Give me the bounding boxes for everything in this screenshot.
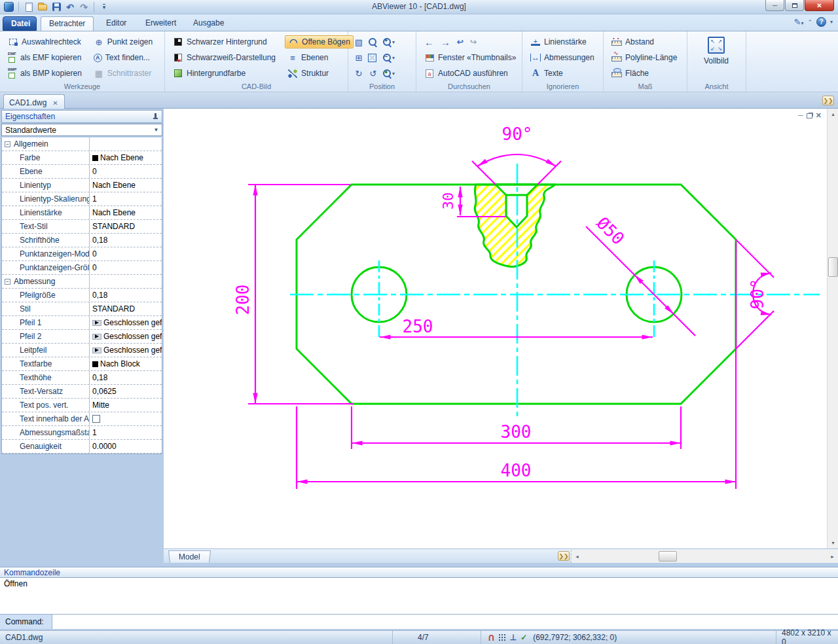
punkt-zeigen-button[interactable]: ⊕ Punkt zeigen: [91, 35, 155, 48]
black-white-icon: [173, 52, 183, 63]
distance-ruler-icon: [611, 37, 622, 47]
document-tab-cad1[interactable]: CAD1.dwg ✕: [3, 94, 65, 109]
pages-button[interactable]: ⊞: [354, 52, 364, 63]
title-bar: ↶ ↷ ▾ ABViewer 10 - [CAD1.dwg] ─ ✕: [0, 0, 838, 14]
pin-icon[interactable]: [153, 113, 158, 120]
auswahlrechteck-button[interactable]: Auswahlrechteck: [5, 35, 84, 48]
minimize-button[interactable]: ─: [765, 0, 784, 11]
strip-collapse-button[interactable]: ❯❯: [558, 551, 570, 561]
thumbnails-icon: [424, 52, 435, 63]
polyline-laenge-button[interactable]: Polyline-Länge: [609, 51, 683, 64]
tabbar-collapse-button[interactable]: ❯❯: [822, 96, 834, 105]
vollbild-button[interactable]: ↖↗↙↘ Vollbild: [693, 34, 740, 81]
zoom-out-button[interactable]: −▾: [382, 53, 402, 62]
mdi-close-icon[interactable]: ✕: [816, 111, 822, 120]
tab-close-icon[interactable]: ✕: [50, 99, 60, 107]
ribbon-group-mass: Abstand Polyline-Länge Fläche Maß: [604, 31, 687, 92]
grid-snap-toggle[interactable]: [498, 634, 506, 641]
osnap-check-toggle[interactable]: ✓: [520, 634, 527, 641]
collapse-icon[interactable]: −: [5, 279, 10, 285]
ignore-texts-toggle[interactable]: A Texte: [528, 67, 599, 80]
back-button[interactable]: ←: [424, 37, 434, 48]
view-undo-button[interactable]: ↩: [457, 37, 464, 46]
group-label-position: Position: [348, 82, 416, 90]
hintergrundfarbe-button[interactable]: Hintergrundfarbe: [170, 67, 278, 80]
property-row: Punktanzeigen-Größ0: [2, 261, 162, 275]
ribbon-group-ansicht: ↖↗↙↘ Vollbild Ansicht: [687, 31, 746, 92]
view-redo-button: ↪: [470, 37, 477, 46]
fit-page-button[interactable]: ▧: [354, 37, 364, 47]
scroll-left-icon[interactable]: ◄: [572, 551, 582, 562]
zoom-in-button[interactable]: +▾: [382, 37, 402, 46]
command-panel: Kommandozeile Öffnen Command:: [0, 563, 838, 630]
text-finden-button[interactable]: A Text finden...: [91, 51, 155, 64]
tab-ausgabe[interactable]: Ausgabe: [185, 16, 232, 31]
document-tab-bar: CAD1.dwg ✕ ❯❯: [0, 92, 838, 109]
model-tab[interactable]: Model: [168, 550, 211, 563]
tab-erweitert[interactable]: Erweitert: [137, 16, 184, 31]
checkbox-unchecked[interactable]: [92, 415, 100, 423]
scroll-right-icon[interactable]: ►: [828, 551, 837, 562]
close-button[interactable]: ✕: [805, 0, 834, 11]
copy-as-bmp-button[interactable]: BMP als BMP kopieren: [5, 67, 84, 80]
abstand-button[interactable]: Abstand: [609, 35, 683, 48]
scroll-down-icon[interactable]: ▼: [828, 538, 838, 548]
fenster-thumbnails-button[interactable]: Fenster «Thumbnails»: [422, 51, 518, 64]
ignore-lineweight-toggle[interactable]: + Linienstärke: [528, 35, 599, 48]
vertical-scrollbar[interactable]: ▲ ▼: [827, 109, 838, 548]
property-row: StilSTANDARD: [2, 302, 162, 316]
property-row: Pfeil 2Geschlossen gefüll: [2, 330, 162, 344]
tab-datei[interactable]: Datei: [3, 16, 37, 31]
help-dropdown[interactable]: ▾: [830, 19, 833, 25]
ignore-dimensions-toggle[interactable]: ↔ Abmessungen: [528, 51, 599, 64]
flaeche-button[interactable]: Fläche: [609, 67, 683, 80]
horizontal-scrollbar[interactable]: ◄ ►: [571, 550, 838, 563]
ortho-toggle[interactable]: ⊥: [510, 634, 517, 641]
mdi-minimize-icon[interactable]: ─: [798, 111, 803, 120]
mdi-restore-icon[interactable]: [807, 113, 812, 118]
property-row: Punktanzeigen-Mod0: [2, 247, 162, 261]
tab-betrachter[interactable]: Betrachter: [41, 16, 94, 31]
background-color-icon: [173, 68, 183, 79]
schwarzweiss-button[interactable]: Schwarzweiß-Darstellung: [170, 51, 278, 64]
drawing-viewport[interactable]: 200 250 300 400 30 90°: [164, 109, 827, 548]
vertical-scroll-thumb[interactable]: [828, 257, 838, 277]
pan-view-button[interactable]: ↺: [368, 68, 378, 79]
property-row: Pfeil 1Geschlossen gefüll: [2, 316, 162, 330]
cad-drawing: 200 250 300 400 30 90°: [164, 109, 827, 548]
dim-200-text: 200: [233, 285, 253, 315]
property-row: LeitpfeilGeschlossen gefüll: [2, 344, 162, 357]
preset-combobox[interactable]: Standardwerte ▼: [1, 124, 162, 136]
collapse-icon[interactable]: −: [5, 141, 10, 147]
collapse-ribbon-button[interactable]: ⌃: [807, 19, 812, 26]
fit-extents-button[interactable]: ⤫: [368, 54, 376, 62]
property-group-row[interactable]: −Abmessung: [2, 275, 162, 289]
group-label-cad-bild: CAD-Bild: [165, 82, 348, 90]
scroll-up-icon[interactable]: ▲: [828, 109, 838, 119]
ebenen-button[interactable]: ≡ Ebenen: [285, 51, 354, 64]
copy-as-emf-button[interactable]: EMF als EMF kopieren: [5, 51, 84, 64]
ribbon: Auswahlrechteck EMF als EMF kopieren BMP…: [0, 31, 838, 92]
rotate-view-button[interactable]: ↻: [354, 68, 364, 79]
schwarzer-hintergrund-button[interactable]: Schwarzer Hintergrund: [170, 35, 278, 48]
tab-editor[interactable]: Editor: [98, 16, 134, 31]
help-button[interactable]: ?: [816, 17, 826, 27]
zoom-window-button[interactable]: [368, 37, 382, 46]
black-background-icon: [173, 37, 183, 47]
status-drawing-size: 4802 x 3210 x 0: [776, 631, 838, 644]
osnap-magnet-toggle[interactable]: U: [488, 634, 494, 641]
command-input[interactable]: [52, 615, 838, 629]
struktur-button[interactable]: Struktur: [285, 67, 354, 80]
properties-panel-header: Eigenschaften: [1, 110, 162, 123]
horizontal-scroll-thumb[interactable]: [659, 551, 677, 562]
restore-button[interactable]: [785, 0, 804, 11]
forward-button[interactable]: →: [441, 37, 450, 48]
dim-90-top-text: 90°: [502, 124, 533, 144]
zoom-scale-button[interactable]: ●▾: [382, 69, 402, 78]
property-group-row[interactable]: −Allgemein: [2, 137, 162, 151]
autocad-ausfuehren-button[interactable]: a AutoCAD ausführen: [422, 67, 518, 80]
offene-boegen-toggle[interactable]: ◠ Offene Bögen: [285, 35, 354, 48]
structure-icon: [287, 68, 298, 79]
edit-mode-button[interactable]: ✎▾: [794, 17, 804, 27]
command-prompt-label: Command:: [0, 615, 52, 629]
